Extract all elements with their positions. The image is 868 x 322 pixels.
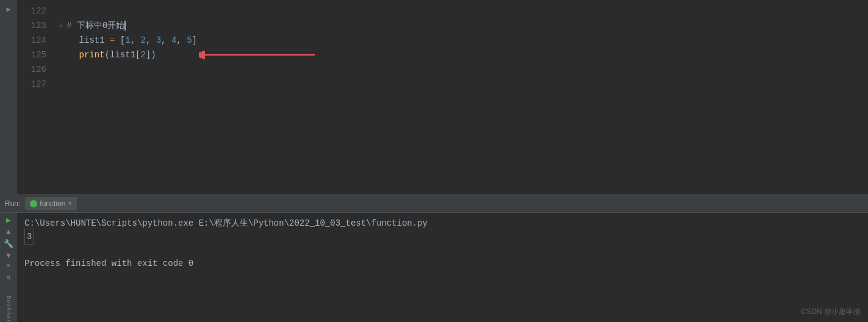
code-line-124: list1 = [ 1 , 2 , 3 , 4 , 5 ]	[59, 33, 868, 48]
output-result: 3	[24, 229, 34, 245]
line-num-122: 122	[17, 4, 46, 18]
line-num-123: 123	[17, 18, 46, 33]
wrench-icon[interactable]: 🔧	[2, 239, 15, 249]
sort-icon[interactable]: ⇅	[2, 273, 15, 281]
bookmark-icon: ☆	[59, 18, 63, 33]
indent-125	[59, 48, 79, 62]
left-sidebar: ▶	[0, 0, 17, 194]
scroll-up-button[interactable]: ▲	[2, 227, 15, 237]
bookmarks-label: Bookmarks	[2, 296, 15, 322]
output-exit: Process finished with exit code 0	[24, 257, 193, 270]
list1-ref: list1	[110, 48, 135, 62]
line-num-126: 126	[17, 62, 46, 77]
num-5: 5	[187, 33, 192, 48]
output-line-2: 3	[24, 230, 861, 243]
comma-4: ,	[176, 33, 187, 48]
var-list1: list1	[79, 33, 105, 48]
code-line-125: print ( list1 [ 2 ] )	[59, 48, 868, 62]
run-tab-bar: Run: function ×	[0, 195, 868, 213]
run-tab-close-button[interactable]: ×	[68, 200, 72, 207]
bracket-close: ]	[192, 33, 197, 48]
editor-area: ▶ 122 123 124 125 126 127 ☆ # 下标中0开始 lis…	[0, 0, 868, 194]
run-tab-name: function	[40, 199, 65, 208]
output-command: C:\Users\HUNTE\Scripts\python.exe E:\程序人…	[24, 216, 428, 230]
num-4: 4	[171, 33, 176, 48]
bottom-content: ▶ ▲ 🔧 ▼ ≡ ⇅ Bookmarks C:\Users\HUNTE\Scr…	[0, 213, 868, 322]
line-num-125: 125	[17, 48, 46, 62]
num-3: 3	[156, 33, 161, 48]
watermark: CSDN @小唐学渣	[801, 307, 861, 317]
bracket-open: [	[120, 33, 125, 48]
print-open: (	[105, 48, 110, 62]
text-cursor	[124, 21, 126, 30]
output-area: C:\Users\HUNTE\Scripts\python.exe E:\程序人…	[17, 213, 868, 322]
output-line-1: C:\Users\HUNTE\Scripts\python.exe E:\程序人…	[24, 216, 861, 230]
line-num-127: 127	[17, 77, 46, 91]
print-keyword: print	[79, 48, 105, 62]
run-label: Run:	[5, 199, 20, 208]
annotation-arrow	[199, 45, 321, 65]
num-1: 1	[125, 33, 130, 48]
comment-text: 下标中0开始	[72, 18, 125, 33]
bottom-panel: Run: function × ▶ ▲ 🔧 ▼ ≡ ⇅ Bookmarks C:…	[0, 194, 868, 322]
code-line-126	[59, 62, 868, 77]
line-num-124: 124	[17, 33, 46, 48]
indent-124	[59, 33, 79, 48]
comment-hash: #	[66, 18, 71, 33]
num-2: 2	[140, 33, 145, 48]
code-area[interactable]: ☆ # 下标中0开始 list1 = [ 1 , 2 , 3 , 4 , 5 ]…	[54, 0, 868, 194]
index-open: [	[135, 48, 140, 62]
line-numbers: 122 123 124 125 126 127	[17, 0, 54, 194]
run-tab-icon	[30, 200, 37, 207]
bottom-left-icons: ▶ ▲ 🔧 ▼ ≡ ⇅ Bookmarks	[0, 213, 17, 322]
index-close: ]	[146, 48, 151, 62]
code-line-123: ☆ # 下标中0开始	[59, 18, 868, 33]
sidebar-icon-1: ▶	[2, 2, 15, 16]
comma-1: ,	[131, 33, 141, 48]
output-line-4: Process finished with exit code 0	[24, 257, 861, 270]
index-2: 2	[140, 48, 145, 62]
scroll-down-button[interactable]: ▼	[2, 251, 15, 260]
print-close: )	[151, 48, 156, 62]
run-tab[interactable]: function ×	[25, 197, 77, 210]
code-line-122	[59, 4, 868, 18]
output-line-3	[24, 243, 861, 257]
comma-2: ,	[146, 33, 156, 48]
code-line-127	[59, 77, 868, 91]
terminal-icon[interactable]: ≡	[2, 263, 15, 270]
play-button[interactable]: ▶	[2, 215, 15, 225]
comma-3: ,	[161, 33, 171, 48]
operator-equals: =	[105, 33, 120, 48]
